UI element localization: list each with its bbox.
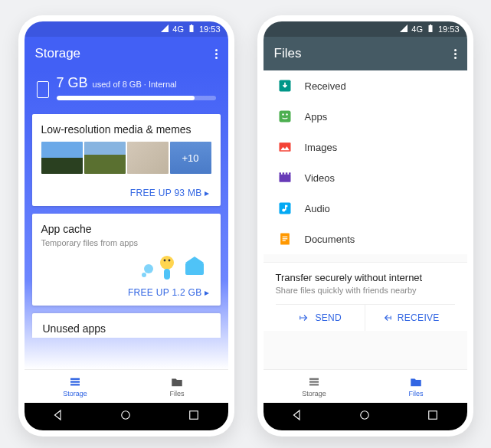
send-icon	[298, 312, 310, 323]
card-unused-apps[interactable]: Unused apps	[32, 313, 221, 338]
svg-point-3	[168, 260, 170, 262]
tab-storage[interactable]: Storage	[264, 370, 365, 403]
clock-text: 19:53	[199, 25, 221, 34]
category-label: Documents	[305, 234, 355, 245]
svg-rect-18	[279, 172, 281, 175]
svg-rect-8	[70, 381, 80, 383]
clock-text: 19:53	[438, 25, 460, 34]
svg-rect-26	[282, 237, 287, 237]
category-audio[interactable]: Audio	[264, 193, 467, 224]
transfer-title: Transfer securely without internet	[276, 272, 455, 283]
image-icon	[277, 139, 293, 155]
svg-rect-27	[282, 238, 287, 239]
system-nav	[25, 403, 228, 430]
svg-rect-19	[282, 172, 284, 175]
device-icon	[37, 81, 49, 98]
recent-icon[interactable]	[426, 408, 440, 425]
back-icon[interactable]	[290, 408, 304, 425]
svg-point-14	[282, 113, 284, 116]
category-apps[interactable]: Apps	[264, 101, 467, 132]
network-label: 4G	[411, 25, 423, 34]
svg-rect-31	[309, 378, 319, 380]
card-media[interactable]: Low-resolution media & memes +10 FREE UP…	[32, 114, 221, 206]
svg-point-1	[160, 256, 174, 270]
svg-rect-0	[185, 263, 204, 275]
download-icon	[277, 78, 293, 93]
category-videos[interactable]: Videos	[264, 162, 467, 193]
svg-rect-33	[309, 384, 319, 385]
card-appcache[interactable]: App cache Temporary files from apps FREE…	[32, 214, 221, 306]
storage-total: used of 8 GB · Internal	[93, 80, 177, 89]
apps-icon	[277, 109, 293, 124]
card-title: Unused apps	[43, 322, 210, 335]
home-icon[interactable]	[119, 408, 133, 425]
thumbnail-overflow[interactable]: +10	[170, 142, 211, 174]
free-up-button[interactable]: FREE UP 1.2 GB ▸	[32, 281, 221, 306]
thumbnail[interactable]	[84, 142, 126, 174]
status-bar: 4G 19:53	[25, 21, 228, 37]
transfer-card: Transfer securely without internet Share…	[264, 262, 467, 331]
svg-point-10	[122, 411, 130, 420]
card-title: Low-resolution media & memes	[32, 114, 221, 142]
video-icon	[277, 170, 293, 185]
audio-icon	[277, 201, 293, 216]
tab-files[interactable]: Files	[126, 370, 228, 403]
transfer-subtitle: Share files quickly with friends nearby	[276, 286, 455, 295]
bottom-nav: Storage Files	[264, 369, 467, 403]
page-title: Files	[274, 46, 302, 61]
category-label: Received	[305, 80, 346, 92]
free-up-button[interactable]: FREE UP 93 MB ▸	[32, 181, 221, 206]
category-received[interactable]: Received	[264, 70, 467, 101]
files-content: ReceivedAppsImagesVideosAudioDocuments T…	[264, 70, 467, 369]
category-label: Apps	[305, 111, 328, 123]
thumbnail[interactable]	[41, 142, 83, 174]
cache-illustration	[32, 253, 221, 281]
storage-summary[interactable]: 7 GB used of 8 GB · Internal	[32, 70, 221, 114]
category-images[interactable]: Images	[264, 132, 467, 162]
battery-icon	[187, 24, 196, 34]
network-label: 4G	[172, 25, 184, 34]
signal-icon	[399, 24, 408, 34]
svg-rect-30	[391, 316, 391, 320]
category-label: Audio	[305, 203, 330, 214]
tab-files[interactable]: Files	[365, 370, 467, 403]
bottom-nav: Storage Files	[25, 369, 228, 403]
more-icon[interactable]	[215, 49, 218, 59]
send-button[interactable]: SEND	[276, 305, 366, 331]
receive-button[interactable]: RECEIVE	[365, 305, 455, 331]
svg-rect-29	[300, 316, 301, 320]
category-documents[interactable]: Documents	[264, 224, 467, 254]
card-title: App cache	[32, 214, 221, 241]
svg-point-6	[142, 273, 146, 277]
app-bar: Storage	[25, 37, 228, 70]
svg-rect-13	[279, 111, 290, 123]
phone-right: 4G 19:53 Files ReceivedAppsImagesVideosA…	[257, 15, 473, 437]
svg-rect-17	[279, 175, 290, 182]
svg-point-2	[163, 260, 165, 262]
thumbnail[interactable]	[127, 142, 169, 174]
storage-content: 7 GB used of 8 GB · Internal Low-resolut…	[25, 70, 228, 369]
more-icon[interactable]	[454, 49, 457, 59]
phone-left: 4G 19:53 Storage 7 GB used of 8 GB · Int…	[18, 15, 234, 437]
back-icon[interactable]	[51, 408, 65, 425]
svg-rect-32	[309, 381, 319, 383]
svg-rect-9	[70, 384, 80, 385]
signal-icon	[160, 24, 169, 34]
battery-icon	[426, 24, 435, 34]
recent-icon[interactable]	[187, 408, 201, 425]
category-label: Images	[305, 142, 338, 153]
svg-point-15	[286, 113, 288, 116]
svg-rect-11	[190, 411, 198, 420]
home-icon[interactable]	[358, 408, 372, 425]
svg-rect-7	[70, 378, 80, 380]
category-label: Videos	[305, 172, 336, 184]
doc-icon	[277, 231, 293, 247]
tab-storage[interactable]: Storage	[25, 370, 126, 403]
storage-progress-fill	[57, 96, 195, 100]
status-bar: 4G 19:53	[264, 21, 467, 37]
svg-point-34	[361, 411, 369, 420]
svg-point-5	[144, 264, 153, 273]
system-nav	[264, 403, 467, 430]
svg-rect-35	[429, 411, 437, 420]
receive-icon	[381, 312, 393, 323]
